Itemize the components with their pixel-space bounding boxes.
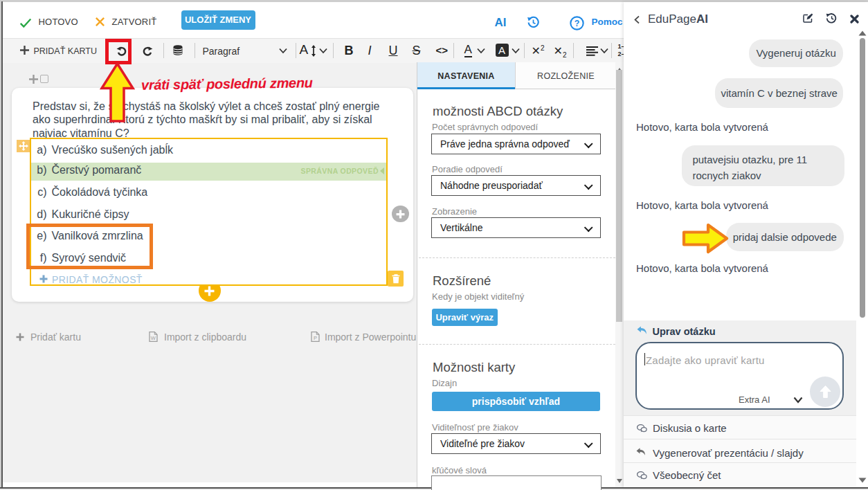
svg-text:W: W xyxy=(151,335,156,341)
svg-text:P: P xyxy=(314,335,317,341)
svg-text:?: ? xyxy=(574,19,579,28)
